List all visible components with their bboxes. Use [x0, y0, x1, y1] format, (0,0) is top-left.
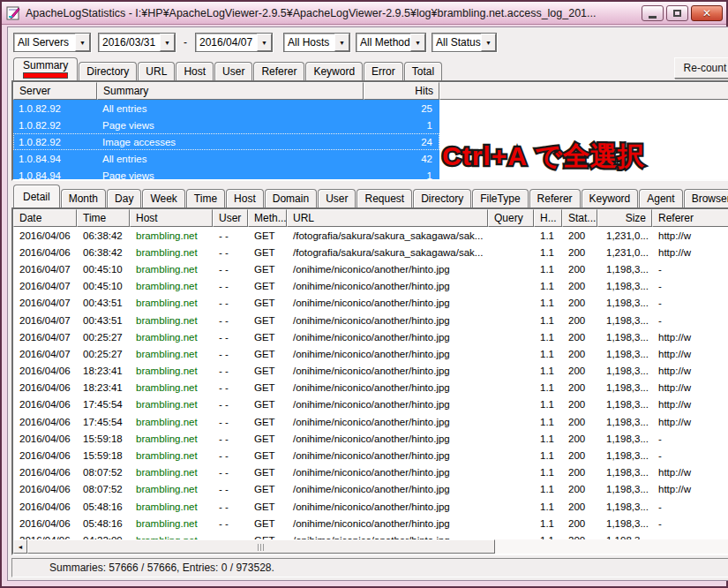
window-title: ApacheLogStatistics - I:¥HP¥ApacheLogVie… [26, 7, 636, 19]
column-header-http[interactable]: H... [534, 209, 562, 227]
column-header-status[interactable]: Stat... [562, 209, 597, 227]
status-filter-dropdown[interactable]: All Status ▼ [432, 33, 497, 52]
column-header-referer[interactable]: Referer [652, 209, 728, 227]
maximize-icon [673, 10, 681, 17]
tab-directory[interactable]: Directory [79, 62, 137, 80]
chevron-down-icon[interactable]: ▼ [257, 34, 272, 51]
detail-row[interactable]: 2016/04/07 00:43:51 brambling.net - - GE… [13, 295, 728, 312]
tab-label: Agent [647, 192, 674, 205]
detail-row[interactable]: 2016/04/06 05:48:16 brambling.net - - GE… [13, 515, 728, 531]
detail-row[interactable]: 2016/04/06 15:59:18 brambling.net - - GE… [13, 447, 728, 464]
summary-row[interactable]: 1.0.84.94 All entries 42 [13, 150, 439, 167]
tab-day[interactable]: Day [107, 189, 141, 207]
server-filter-dropdown[interactable]: All Servers ▼ [13, 33, 91, 52]
summary-row[interactable]: 1.0.82.92 Image accesses 24 [13, 133, 439, 150]
column-header-server[interactable]: Server [13, 82, 97, 100]
chevron-down-icon[interactable]: ▼ [160, 34, 175, 51]
method-filter-dropdown[interactable]: All Method ▼ [356, 33, 426, 52]
column-header-size[interactable]: Size [597, 209, 652, 227]
detail-horizontal-scrollbar[interactable]: ◄ ► [13, 539, 728, 554]
app-window: ApacheLogStatistics - I:¥HP¥ApacheLogVie… [0, 0, 728, 588]
maximize-button[interactable] [666, 5, 688, 21]
scrollbar-thumb[interactable] [27, 539, 495, 554]
tab-label: Summary [23, 59, 68, 72]
tab-label: Referer [537, 192, 573, 205]
column-header-summary[interactable]: Summary [97, 82, 364, 100]
tab-referer2[interactable]: Referer [529, 189, 581, 207]
detail-row[interactable]: 2016/04/06 06:38:42 brambling.net - - GE… [13, 244, 728, 260]
tab-week[interactable]: Week [142, 189, 184, 207]
detail-row[interactable]: 2016/04/06 08:07:52 brambling.net - - GE… [13, 464, 728, 481]
tab-host[interactable]: Host [176, 62, 214, 80]
detail-row[interactable]: 2016/04/06 18:23:41 brambling.net - - GE… [13, 380, 728, 396]
recount-button[interactable]: Re-count [674, 57, 728, 79]
detail-row[interactable]: 2016/04/07 00:25:27 brambling.net - - GE… [13, 345, 728, 362]
tab-host2[interactable]: Host [226, 189, 264, 207]
tab-browser[interactable]: Browser [684, 189, 728, 207]
tab-month[interactable]: Month [61, 189, 106, 207]
tab-keyword2[interactable]: Keyword [582, 189, 639, 207]
summary-table-header: Server Summary Hits [13, 82, 728, 100]
summary-row[interactable]: 1.0.82.92 Page views 1 [13, 117, 439, 133]
tab-time[interactable]: Time [186, 189, 225, 207]
detail-row[interactable]: 2016/04/07 00:45:10 brambling.net - - GE… [13, 260, 728, 277]
column-header-url[interactable]: URL [287, 209, 488, 227]
detail-row[interactable]: 2016/04/07 00:43:51 brambling.net - - GE… [13, 312, 728, 328]
tab-user[interactable]: User [214, 62, 252, 80]
tab-directory2[interactable]: Directory [413, 189, 471, 207]
detail-row[interactable]: 2016/04/06 05:48:16 brambling.net - - GE… [13, 498, 728, 515]
tab-label: Domain [273, 192, 309, 205]
tab-filetype[interactable]: FileType [472, 189, 528, 207]
column-header-query[interactable]: Query [488, 209, 534, 227]
chevron-down-icon[interactable]: ▼ [334, 34, 349, 51]
detail-row[interactable]: 2016/04/06 04:22:09 brambling.net - - GE… [13, 531, 728, 539]
tab-label: Week [150, 192, 176, 205]
column-header-method[interactable]: Meth... [248, 209, 287, 227]
tab-keyword[interactable]: Keyword [305, 62, 363, 80]
detail-row[interactable]: 2016/04/07 00:45:10 brambling.net - - GE… [13, 278, 728, 295]
detail-row[interactable]: 2016/04/06 17:45:54 brambling.net - - GE… [13, 413, 728, 430]
summary-table-body: 1.0.82.92 All entries 25 1.0.82.92 Page … [13, 100, 728, 179]
tab-user2[interactable]: User [318, 189, 356, 207]
scroll-left-icon[interactable]: ◄ [13, 539, 27, 554]
close-button[interactable]: ✕ [691, 5, 723, 21]
chevron-down-icon[interactable]: ▼ [75, 34, 90, 51]
client-area: All Servers ▼ 2016/03/31 ▼ - 2016/04/07 … [7, 26, 728, 581]
detail-row[interactable]: 2016/04/06 06:38:42 brambling.net - - GE… [13, 227, 728, 244]
summary-tab-strip: Summary Directory URL Host User Referer [11, 57, 728, 80]
tab-url[interactable]: URL [138, 62, 175, 80]
date-to-dropdown[interactable]: 2016/04/07 ▼ [195, 33, 273, 52]
tab-label: Host [234, 192, 256, 205]
detail-row[interactable]: 2016/04/06 08:07:52 brambling.net - - GE… [13, 481, 728, 498]
chevron-down-icon[interactable]: ▼ [410, 34, 425, 51]
tab-summary[interactable]: Summary [13, 57, 78, 80]
status-bar: Summaries: 57666 / 57666, Entries: 0 / 9… [11, 558, 728, 577]
tab-request[interactable]: Request [356, 189, 412, 207]
tab-agent[interactable]: Agent [639, 189, 682, 207]
minimize-button[interactable] [642, 5, 664, 21]
summary-row[interactable]: 1.0.84.94 Page views 1 [13, 167, 439, 179]
column-header-time[interactable]: Time [77, 209, 130, 227]
column-header-hits[interactable]: Hits [364, 82, 439, 100]
host-filter-dropdown[interactable]: All Hosts ▼ [283, 33, 350, 52]
detail-row[interactable]: 2016/04/06 17:45:54 brambling.net - - GE… [13, 396, 728, 413]
tab-referer[interactable]: Referer [253, 62, 304, 80]
summary-row[interactable]: 1.0.82.92 All entries 25 [13, 100, 439, 117]
tab-label: Directory [421, 192, 463, 205]
chevron-down-icon[interactable]: ▼ [481, 34, 496, 51]
tab-label: Detail [23, 191, 50, 203]
detail-row[interactable]: 2016/04/06 18:23:41 brambling.net - - GE… [13, 363, 728, 380]
method-filter-value: All Method [356, 34, 410, 51]
tab-error[interactable]: Error [364, 62, 403, 80]
tab-total[interactable]: Total [404, 62, 442, 80]
selected-tab-marker [23, 72, 68, 79]
detail-row[interactable]: 2016/04/06 15:59:18 brambling.net - - GE… [13, 430, 728, 447]
column-header-user[interactable]: User [213, 209, 248, 227]
tab-domain[interactable]: Domain [265, 189, 317, 207]
detail-row[interactable]: 2016/04/07 00:25:27 brambling.net - - GE… [13, 328, 728, 345]
column-header-host[interactable]: Host [130, 209, 213, 227]
tab-detail[interactable]: Detail [13, 185, 60, 207]
date-from-dropdown[interactable]: 2016/03/31 ▼ [98, 33, 176, 52]
column-header-date[interactable]: Date [13, 209, 77, 227]
titlebar[interactable]: ApacheLogStatistics - I:¥HP¥ApacheLogVie… [2, 2, 726, 25]
